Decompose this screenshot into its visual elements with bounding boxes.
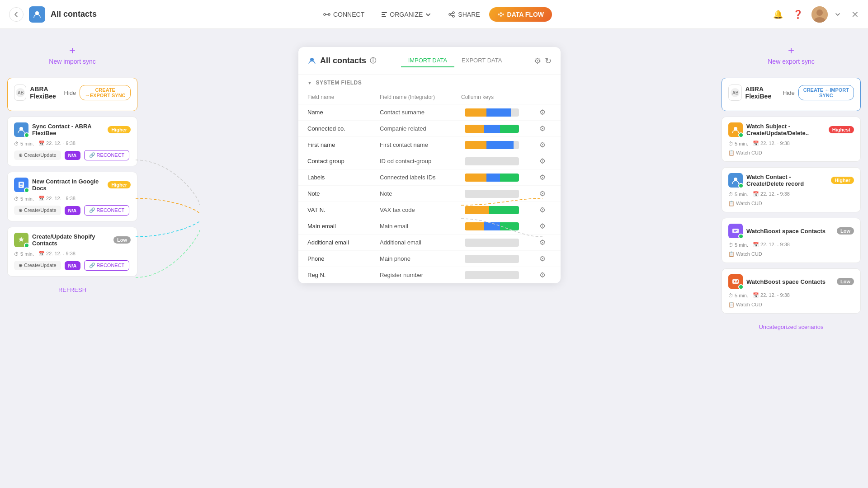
svg-line-18 xyxy=(501,14,502,14)
field-settings-btn-2[interactable]: ⚙ xyxy=(533,141,552,149)
new-export-sync-button[interactable]: + New export sync xyxy=(722,38,861,72)
col-integrator: Field name (Integrator) xyxy=(380,94,461,100)
avatar[interactable] xyxy=(811,6,828,23)
svg-text:AB: AB xyxy=(18,90,24,95)
refresh-button[interactable]: REFRESH xyxy=(7,282,137,298)
field-row-10: Reg N. Register number ⚙ xyxy=(298,267,561,283)
right-sync-header-2: WatchBoost space Contacts Low xyxy=(728,224,854,238)
create-update-btn-1[interactable]: ⊕ Create/Update xyxy=(14,206,61,215)
app-title: All contacts xyxy=(51,9,97,19)
tab-export-data[interactable]: EXPORT DATA xyxy=(454,54,509,67)
abra-card-actions: Hide CREATE →EXPORT SYNC xyxy=(64,85,131,100)
svg-point-15 xyxy=(502,14,504,15)
field-settings-btn-4[interactable]: ⚙ xyxy=(533,173,552,182)
field-integrator-4: Connected labels IDs xyxy=(380,174,461,181)
color-bar-3 xyxy=(465,157,519,165)
sync-date-0: 📅 22. 12. - 9:38 xyxy=(38,141,75,146)
svg-point-2 xyxy=(328,14,330,15)
tab-import-data[interactable]: IMPORT DATA xyxy=(401,54,454,67)
play-indicator xyxy=(24,132,29,138)
field-integrator-7: Main email xyxy=(380,223,461,230)
sync-badge-1: Higher xyxy=(108,181,131,188)
table-title-group: All contacts ⓘ xyxy=(307,56,376,66)
field-settings-btn-7[interactable]: ⚙ xyxy=(533,222,552,230)
sync-badge-2: Low xyxy=(113,236,131,244)
back-button[interactable] xyxy=(9,7,24,22)
create-update-btn-0[interactable]: ⊕ Create/Update xyxy=(14,150,61,160)
reconect-btn-1[interactable]: 🔗 RECONECT xyxy=(84,205,130,216)
field-settings-btn-8[interactable]: ⚙ xyxy=(533,238,552,247)
right-sync-title-3: WatchBoost space Contacts xyxy=(746,278,833,285)
color-bar-1 xyxy=(465,125,519,133)
field-integrator-1: Companie related xyxy=(380,125,461,132)
field-name-2: First name xyxy=(307,141,380,148)
field-row-7: Main email Main email ⚙ xyxy=(298,218,561,235)
info-icon[interactable]: ⓘ xyxy=(370,57,376,65)
field-settings-btn-5[interactable]: ⚙ xyxy=(533,189,552,198)
data-table-card: All contacts ⓘ IMPORT DATA EXPORT DATA ⚙… xyxy=(298,47,561,283)
field-settings-btn-1[interactable]: ⚙ xyxy=(533,124,552,133)
notification-bell-icon[interactable]: 🔔 xyxy=(772,8,784,21)
field-settings-btn-9[interactable]: ⚙ xyxy=(533,254,552,263)
right-sync-title-2: WatchBoost space Contacts xyxy=(746,228,833,235)
dataflow-button[interactable]: DATA FLOW xyxy=(489,7,552,22)
table-title: All contacts xyxy=(320,56,366,66)
header-center-nav: CONNECT ORGANIZE SHARE DATA FLOW xyxy=(316,7,552,22)
watch-footer-3: 📋 Watch CUD xyxy=(728,302,854,308)
right-sync-duration-3: ⏱ 5 min. xyxy=(728,293,748,298)
field-settings-btn-0[interactable]: ⚙ xyxy=(533,108,552,117)
create-import-sync-button[interactable]: CREATE ←IMPORT SYNC xyxy=(798,85,854,100)
watch-cud-0: 📋 Watch CUD xyxy=(728,150,762,156)
svg-rect-5 xyxy=(382,14,385,15)
help-icon[interactable]: ❓ xyxy=(792,8,804,21)
close-button[interactable]: ✕ xyxy=(851,9,859,20)
abra-right-card-info: AB ABRA FlexiBee xyxy=(728,84,783,101)
right-sync-meta-0: ⏱ 5 min. 📅 22. 12. - 9:38 xyxy=(728,141,854,146)
uncategorized-link[interactable]: Uncategorized scenarios xyxy=(722,319,861,335)
field-row-3: Contact group ID od contact-group ⚙ xyxy=(298,153,561,169)
svg-line-16 xyxy=(500,14,500,14)
right-sync-card-1: Watch Contact - Create/Delete record Hig… xyxy=(722,167,861,212)
share-button[interactable]: SHARE xyxy=(441,7,487,22)
sync-date-2: 📅 22. 12. - 9:38 xyxy=(38,251,75,257)
sync-meta-0: ⏱ 5 min. 📅 22. 12. - 9:38 xyxy=(14,141,131,146)
field-name-3: Contact group xyxy=(307,158,380,164)
color-bar-9 xyxy=(465,255,519,263)
field-key-bar-2 xyxy=(461,141,533,149)
reconect-btn-0[interactable]: 🔗 RECONECT xyxy=(84,150,130,160)
right-sync-meta-2: ⏱ 5 min. 📅 22. 12. - 9:38 xyxy=(728,242,854,248)
settings-button[interactable]: ⚙ xyxy=(534,56,541,66)
field-integrator-8: Additional email xyxy=(380,239,461,246)
organize-button[interactable]: ORGANIZE xyxy=(373,7,439,22)
new-import-label: New import sync xyxy=(49,58,95,65)
svg-rect-40 xyxy=(736,282,737,282)
field-key-bar-5 xyxy=(461,190,533,198)
abra-hide-button[interactable]: Hide xyxy=(64,89,76,96)
abra-right-hide-button[interactable]: Hide xyxy=(783,89,795,96)
fields-table-header: Field name Field name (Integrator) Collu… xyxy=(298,90,561,104)
plus-icon-right: + xyxy=(788,45,794,56)
right-sync-date-3: 📅 22. 12. - 9:38 xyxy=(753,292,790,298)
sync-logo-1 xyxy=(14,178,28,192)
connect-button[interactable]: CONNECT xyxy=(316,7,372,22)
create-update-btn-2[interactable]: ⊕ Create/Update xyxy=(14,261,61,270)
field-settings-btn-10[interactable]: ⚙ xyxy=(533,271,552,279)
new-import-sync-button[interactable]: + New import sync xyxy=(7,38,137,72)
table-tabs: IMPORT DATA EXPORT DATA xyxy=(401,54,509,67)
field-name-4: Labels xyxy=(307,174,380,181)
reconect-btn-2[interactable]: 🔗 RECONECT xyxy=(84,260,130,271)
field-settings-btn-3[interactable]: ⚙ xyxy=(533,157,552,165)
right-sync-header-3: WatchBoost space Contacts Low xyxy=(728,274,854,289)
right-sync-badge-3: Low xyxy=(837,278,854,285)
field-key-bar-0 xyxy=(461,108,533,117)
field-name-7: Main email xyxy=(307,223,380,230)
field-key-bar-1 xyxy=(461,125,533,133)
field-key-bar-7 xyxy=(461,222,533,230)
field-row-6: VAT N. VAX tax code ⚙ xyxy=(298,202,561,218)
refresh-table-button[interactable]: ↻ xyxy=(545,56,552,66)
right-sync-card-3: WatchBoost space Contacts Low ⏱ 5 min. 📅… xyxy=(722,268,861,314)
svg-point-12 xyxy=(498,14,500,15)
field-settings-btn-6[interactable]: ⚙ xyxy=(533,206,552,214)
create-export-sync-button[interactable]: CREATE →EXPORT SYNC xyxy=(80,85,131,100)
field-name-5: Note xyxy=(307,190,380,197)
